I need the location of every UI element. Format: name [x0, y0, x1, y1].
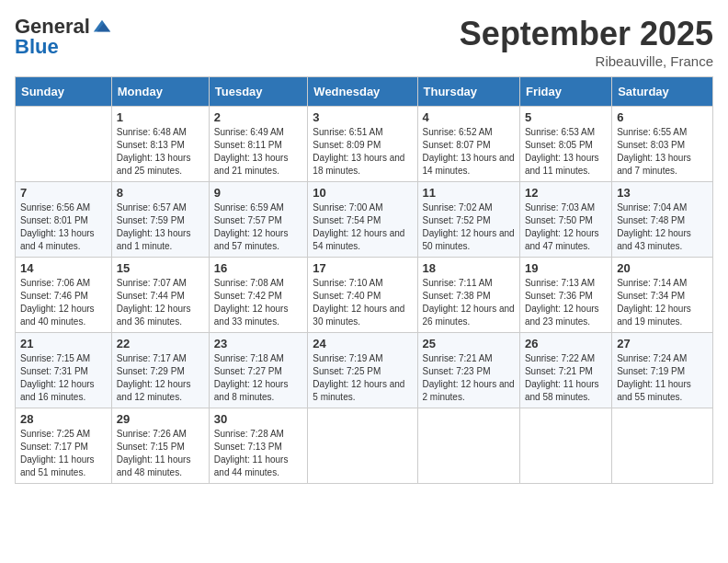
day-info: Sunrise: 6:59 AM Sunset: 7:57 PM Dayligh… [214, 201, 303, 253]
logo-blue: Blue [15, 35, 59, 59]
day-info: Sunrise: 7:10 AM Sunset: 7:40 PM Dayligh… [313, 277, 412, 328]
day-info: Sunrise: 7:08 AM Sunset: 7:42 PM Dayligh… [214, 277, 303, 328]
day-info: Sunrise: 7:13 AM Sunset: 7:36 PM Dayligh… [525, 277, 607, 328]
day-info: Sunrise: 7:28 AM Sunset: 7:13 PM Dayligh… [214, 428, 303, 479]
week-row-3: 14Sunrise: 7:06 AM Sunset: 7:46 PM Dayli… [16, 258, 713, 333]
day-number: 21 [20, 337, 107, 350]
day-number: 2 [214, 110, 303, 124]
day-number: 11 [423, 186, 515, 200]
day-info: Sunrise: 7:04 AM Sunset: 7:48 PM Dayligh… [617, 201, 708, 253]
day-number: 24 [313, 337, 412, 350]
day-cell: 17Sunrise: 7:10 AM Sunset: 7:40 PM Dayli… [308, 258, 417, 333]
day-info: Sunrise: 7:18 AM Sunset: 7:27 PM Dayligh… [214, 352, 303, 404]
day-cell [417, 408, 519, 484]
day-cell [308, 408, 417, 484]
day-info: Sunrise: 7:26 AM Sunset: 7:15 PM Dayligh… [117, 428, 204, 479]
header-tuesday: Tuesday [209, 77, 308, 107]
day-cell: 26Sunrise: 7:22 AM Sunset: 7:21 PM Dayli… [519, 333, 611, 408]
day-number: 16 [214, 261, 303, 275]
day-number: 18 [423, 261, 515, 275]
logo-icon [92, 17, 112, 37]
day-cell: 23Sunrise: 7:18 AM Sunset: 7:27 PM Dayli… [209, 333, 308, 408]
day-cell: 30Sunrise: 7:28 AM Sunset: 7:13 PM Dayli… [209, 408, 308, 484]
day-cell: 3Sunrise: 6:51 AM Sunset: 8:09 PM Daylig… [308, 107, 417, 182]
header-sunday: Sunday [16, 77, 112, 107]
day-cell: 11Sunrise: 7:02 AM Sunset: 7:52 PM Dayli… [417, 182, 519, 258]
day-cell: 20Sunrise: 7:14 AM Sunset: 7:34 PM Dayli… [612, 258, 713, 333]
day-number: 10 [313, 186, 412, 200]
day-number: 26 [525, 337, 607, 350]
day-cell [16, 107, 112, 182]
logo: General Blue [15, 15, 112, 59]
day-cell: 29Sunrise: 7:26 AM Sunset: 7:15 PM Dayli… [111, 408, 209, 484]
day-cell: 24Sunrise: 7:19 AM Sunset: 7:25 PM Dayli… [308, 333, 417, 408]
day-cell: 16Sunrise: 7:08 AM Sunset: 7:42 PM Dayli… [209, 258, 308, 333]
month-title: September 2025 [460, 15, 713, 53]
day-info: Sunrise: 6:52 AM Sunset: 8:07 PM Dayligh… [423, 126, 515, 178]
day-number: 8 [117, 186, 204, 200]
week-row-1: 1Sunrise: 6:48 AM Sunset: 8:13 PM Daylig… [16, 107, 713, 182]
day-info: Sunrise: 7:19 AM Sunset: 7:25 PM Dayligh… [313, 352, 412, 404]
day-cell: 19Sunrise: 7:13 AM Sunset: 7:36 PM Dayli… [519, 258, 611, 333]
day-cell: 27Sunrise: 7:24 AM Sunset: 7:19 PM Dayli… [612, 333, 713, 408]
day-number: 27 [617, 337, 708, 350]
day-number: 4 [423, 110, 515, 124]
day-cell: 22Sunrise: 7:17 AM Sunset: 7:29 PM Dayli… [111, 333, 209, 408]
day-info: Sunrise: 6:56 AM Sunset: 8:01 PM Dayligh… [20, 201, 107, 253]
day-cell: 10Sunrise: 7:00 AM Sunset: 7:54 PM Dayli… [308, 182, 417, 258]
header-wednesday: Wednesday [308, 77, 417, 107]
day-number: 25 [423, 337, 515, 350]
day-number: 20 [617, 261, 708, 275]
day-number: 9 [214, 186, 303, 200]
day-info: Sunrise: 7:21 AM Sunset: 7:23 PM Dayligh… [423, 352, 515, 404]
day-info: Sunrise: 6:57 AM Sunset: 7:59 PM Dayligh… [117, 201, 204, 253]
day-number: 3 [313, 110, 412, 124]
day-cell: 25Sunrise: 7:21 AM Sunset: 7:23 PM Dayli… [417, 333, 519, 408]
day-cell: 14Sunrise: 7:06 AM Sunset: 7:46 PM Dayli… [16, 258, 112, 333]
week-row-4: 21Sunrise: 7:15 AM Sunset: 7:31 PM Dayli… [16, 333, 713, 408]
day-info: Sunrise: 7:22 AM Sunset: 7:21 PM Dayligh… [525, 352, 607, 404]
day-number: 5 [525, 110, 607, 124]
day-cell: 5Sunrise: 6:53 AM Sunset: 8:05 PM Daylig… [519, 107, 611, 182]
day-info: Sunrise: 6:48 AM Sunset: 8:13 PM Dayligh… [117, 126, 204, 178]
day-info: Sunrise: 7:00 AM Sunset: 7:54 PM Dayligh… [313, 201, 412, 253]
day-info: Sunrise: 7:14 AM Sunset: 7:34 PM Dayligh… [617, 277, 708, 328]
day-cell: 28Sunrise: 7:25 AM Sunset: 7:17 PM Dayli… [16, 408, 112, 484]
day-cell: 13Sunrise: 7:04 AM Sunset: 7:48 PM Dayli… [612, 182, 713, 258]
day-cell: 18Sunrise: 7:11 AM Sunset: 7:38 PM Dayli… [417, 258, 519, 333]
day-number: 23 [214, 337, 303, 350]
day-info: Sunrise: 7:11 AM Sunset: 7:38 PM Dayligh… [423, 277, 515, 328]
location-subtitle: Ribeauville, France [460, 53, 713, 69]
day-cell [519, 408, 611, 484]
title-block: September 2025 Ribeauville, France [460, 15, 713, 69]
day-info: Sunrise: 7:07 AM Sunset: 7:44 PM Dayligh… [117, 277, 204, 328]
day-number: 17 [313, 261, 412, 275]
header-friday: Friday [519, 77, 611, 107]
week-row-2: 7Sunrise: 6:56 AM Sunset: 8:01 PM Daylig… [16, 182, 713, 258]
day-number: 14 [20, 261, 107, 275]
page-header: General Blue September 2025 Ribeauville,… [15, 15, 713, 69]
day-cell: 6Sunrise: 6:55 AM Sunset: 8:03 PM Daylig… [612, 107, 713, 182]
header-monday: Monday [111, 77, 209, 107]
day-number: 28 [20, 412, 107, 426]
calendar-table: SundayMondayTuesdayWednesdayThursdayFrid… [15, 76, 713, 484]
day-cell: 8Sunrise: 6:57 AM Sunset: 7:59 PM Daylig… [111, 182, 209, 258]
day-info: Sunrise: 6:49 AM Sunset: 8:11 PM Dayligh… [214, 126, 303, 178]
day-number: 19 [525, 261, 607, 275]
day-number: 1 [117, 110, 204, 124]
day-cell: 2Sunrise: 6:49 AM Sunset: 8:11 PM Daylig… [209, 107, 308, 182]
day-number: 22 [117, 337, 204, 350]
day-info: Sunrise: 7:17 AM Sunset: 7:29 PM Dayligh… [117, 352, 204, 404]
week-row-5: 28Sunrise: 7:25 AM Sunset: 7:17 PM Dayli… [16, 408, 713, 484]
day-info: Sunrise: 7:03 AM Sunset: 7:50 PM Dayligh… [525, 201, 607, 253]
day-number: 6 [617, 110, 708, 124]
day-info: Sunrise: 6:53 AM Sunset: 8:05 PM Dayligh… [525, 126, 607, 178]
day-number: 7 [20, 186, 107, 200]
day-info: Sunrise: 7:24 AM Sunset: 7:19 PM Dayligh… [617, 352, 708, 404]
header-saturday: Saturday [612, 77, 713, 107]
day-info: Sunrise: 7:02 AM Sunset: 7:52 PM Dayligh… [423, 201, 515, 253]
day-cell: 12Sunrise: 7:03 AM Sunset: 7:50 PM Dayli… [519, 182, 611, 258]
day-number: 15 [117, 261, 204, 275]
day-cell: 15Sunrise: 7:07 AM Sunset: 7:44 PM Dayli… [111, 258, 209, 333]
header-thursday: Thursday [417, 77, 519, 107]
